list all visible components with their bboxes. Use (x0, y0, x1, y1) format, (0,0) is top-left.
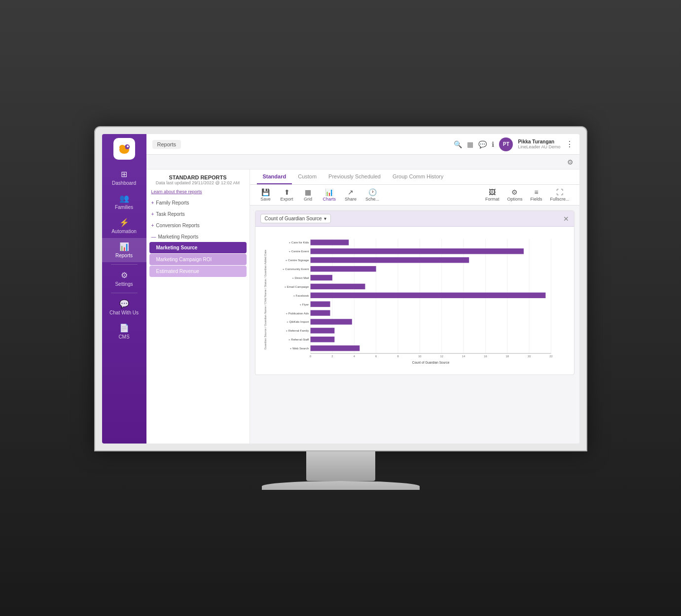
sidebar-item-dashboard[interactable]: ⊞ Dashboard (102, 166, 146, 190)
svg-point-2 (119, 145, 125, 150)
tab-previously-scheduled[interactable]: Previously Scheduled (323, 170, 387, 184)
svg-text:22: 22 (549, 355, 552, 358)
export-button[interactable]: ⬆ Export (278, 187, 296, 203)
sidebar-item-label: CMS (118, 334, 129, 340)
close-button[interactable]: ✕ (563, 215, 569, 223)
svg-text:8: 8 (397, 355, 398, 358)
count-dropdown[interactable]: Count of Guardian Source ▾ (260, 214, 331, 223)
fields-button[interactable]: ≡ Fields (527, 187, 545, 203)
menu-item-marketing-campaign-roi[interactable]: Marketing Campaign ROI (149, 254, 247, 265)
tabs-bar: Standard Custom Previously Scheduled Gro… (250, 170, 579, 185)
options-icon: ⚙ (511, 188, 518, 196)
sidebar-item-chat[interactable]: 💬 Chat With Us (102, 295, 146, 319)
cms-icon: 📄 (119, 323, 129, 333)
svg-text:+ Direct Mail: + Direct Mail (292, 276, 309, 279)
svg-text:10: 10 (418, 355, 421, 358)
options-button[interactable]: ⚙ Options (504, 187, 525, 203)
sidebar-item-label: Chat With Us (109, 310, 139, 315)
sidebar-item-families[interactable]: 👥 Families (102, 190, 146, 214)
report-header-bar: Count of Guardian Source ▾ ✕ (255, 211, 574, 227)
fullscreen-button[interactable]: ⛶ Fullscre... (547, 187, 572, 203)
chat-icon: 💬 (119, 299, 129, 308)
std-reports-header: STANDARD REPORTS Data last updated 29/11… (146, 174, 250, 188)
family-reports-header[interactable]: + Family Reports (146, 198, 250, 207)
monitor-neck (306, 451, 375, 481)
svg-text:Guardian Source / Guardian Nam: Guardian Source / Guardian Name / Child … (264, 250, 267, 350)
more-icon[interactable]: ⋮ (566, 139, 573, 149)
sidebar-item-settings[interactable]: ⚙ Settings (102, 267, 146, 291)
tab-custom[interactable]: Custom (292, 170, 323, 184)
sidebar-item-automation[interactable]: ⚡ Automation (102, 214, 146, 238)
save-icon: 💾 (261, 188, 270, 196)
gear-icon[interactable]: ⚙ (567, 158, 573, 166)
charts-label: Charts (323, 197, 336, 202)
export-label: Export (281, 197, 293, 202)
sidebar-item-cms[interactable]: 📄 CMS (102, 319, 146, 343)
tab-standard[interactable]: Standard (257, 170, 292, 184)
bar-chart-svg: Guardian Source / Guardian Name / Child … (262, 232, 567, 368)
families-icon: 👥 (119, 194, 129, 203)
section-label: Marketing Reports (158, 234, 199, 240)
sidebar-item-label: Dashboard (112, 180, 136, 186)
save-button[interactable]: 💾 Save (257, 187, 275, 203)
svg-text:+ Centre Signage: + Centre Signage (285, 258, 309, 262)
svg-text:+ Centre Event: + Centre Event (288, 249, 309, 253)
panel-section-conversion: + Conversion Reports (146, 220, 250, 231)
report-container: Count of Guardian Source ▾ ✕ Gu (255, 210, 574, 375)
share-button[interactable]: ↗ Share (342, 187, 359, 203)
search-icon[interactable]: 🔍 (454, 140, 462, 148)
schedule-button[interactable]: 🕐 Sche... (362, 187, 382, 203)
grid-button[interactable]: ▦ Grid (299, 187, 317, 203)
menu-item-marketing-source[interactable]: Marketing Source (149, 242, 247, 253)
svg-text:0: 0 (309, 355, 311, 358)
svg-text:+ Flyer: + Flyer (299, 303, 309, 306)
sidebar-item-reports[interactable]: 📊 Reports (102, 238, 146, 262)
bar-publication-adv (310, 310, 330, 315)
schedule-label: Sche... (365, 197, 379, 202)
bar-care-for-kids (310, 240, 349, 245)
expand-icon: + (151, 211, 154, 217)
monitor-wrapper: ⊞ Dashboard 👥 Families ⚡ Automation 📊 Re… (70, 126, 612, 490)
menu-item-estimated-revenue[interactable]: Estimated Revenue (149, 266, 247, 277)
svg-text:+ Web Search: + Web Search (289, 346, 309, 350)
section-label: Family Reports (156, 200, 189, 205)
learn-link[interactable]: Learn about these reports (146, 188, 250, 197)
save-label: Save (260, 197, 271, 202)
svg-text:Count of Guardian Source: Count of Guardian Source (412, 361, 449, 364)
grid-icon[interactable]: ▦ (467, 140, 473, 148)
sidebar-item-label: Families (115, 205, 133, 210)
monitor-base (262, 481, 420, 490)
bar-qikkids-import (310, 319, 352, 324)
info-icon[interactable]: ℹ (492, 140, 494, 148)
conversion-reports-header[interactable]: + Conversion Reports (146, 221, 250, 230)
panel-section-family: + Family Reports (146, 197, 250, 208)
svg-point-3 (127, 145, 129, 147)
sidebar-item-label: Settings (115, 281, 133, 287)
grid-view-icon: ▦ (305, 188, 311, 196)
bar-facebook (310, 293, 545, 298)
reports-icon: 📊 (119, 242, 129, 251)
page-body: STANDARD REPORTS Data last updated 29/11… (146, 170, 579, 444)
chart-area: Guardian Source / Guardian Name / Child … (255, 227, 574, 375)
right-content: Standard Custom Previously Scheduled Gro… (250, 170, 579, 444)
topbar-left: Reports (152, 140, 181, 149)
svg-text:+ Referral-Family: + Referral-Family (286, 329, 309, 332)
bar-centre-signage (310, 257, 469, 263)
bar-email-campaign (310, 284, 365, 289)
schedule-icon: 🕐 (368, 188, 377, 196)
app-logo[interactable] (113, 138, 135, 160)
svg-text:12: 12 (440, 355, 443, 358)
marketing-reports-header[interactable]: — Marketing Reports (146, 232, 250, 241)
sidebar-item-label: Reports (115, 253, 133, 258)
charts-button[interactable]: 📊 Charts (320, 187, 339, 203)
bar-centre-event (310, 248, 523, 254)
chat-topbar-icon[interactable]: 💬 (478, 140, 487, 148)
options-label: Options (507, 197, 522, 202)
panel-section-task: + Task Reports (146, 208, 250, 220)
monitor-screen: ⊞ Dashboard 👥 Families ⚡ Automation 📊 Re… (94, 126, 587, 451)
bar-direct-mail (310, 275, 332, 280)
task-reports-header[interactable]: + Task Reports (146, 209, 250, 219)
format-button[interactable]: 🖼 Format (482, 187, 502, 203)
tab-group-comm-history[interactable]: Group Comm History (387, 170, 449, 184)
sidebar-divider (111, 264, 138, 265)
